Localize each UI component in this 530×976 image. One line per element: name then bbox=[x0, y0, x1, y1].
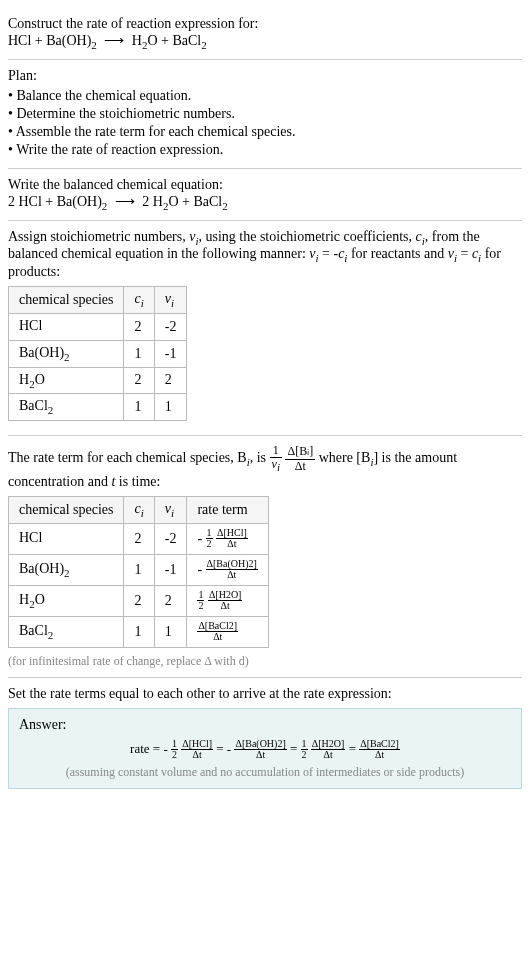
stoich-h1-text: chemical species bbox=[19, 292, 113, 307]
intro-equation: HCl + Ba(OH)2 ⟶ H2O + BaCl2 bbox=[8, 32, 522, 51]
stoich-t2: , using the stoichiometric coefficients, bbox=[198, 229, 415, 244]
balanced-sub1: 2 bbox=[102, 200, 108, 212]
rt-t1: The rate term for each chemical species,… bbox=[8, 450, 247, 465]
hd: 2 bbox=[171, 750, 178, 761]
sp: BaCl bbox=[19, 398, 48, 413]
plan-item-4: • Write the rate of reaction expression. bbox=[8, 142, 522, 158]
d: Δt bbox=[181, 750, 213, 761]
stoich-t1: Assign stoichiometric numbers, bbox=[8, 229, 189, 244]
plan-item-3: • Assemble the rate term for each chemic… bbox=[8, 124, 522, 140]
rateterm-text: The rate term for each chemical species,… bbox=[8, 444, 522, 490]
rt-h3: νi bbox=[154, 496, 187, 523]
stoich-h1: chemical species bbox=[9, 287, 124, 314]
balanced-rhs1: 2 H bbox=[142, 194, 163, 209]
f1: Δ[HCl]Δt bbox=[181, 739, 213, 761]
rateterm-table: chemical species ci νi rate term HCl 2 -… bbox=[8, 496, 269, 648]
rt-ci-1: 2 bbox=[124, 523, 154, 554]
rateterm-section: The rate term for each chemical species,… bbox=[8, 436, 522, 677]
rt-vi-2: -1 bbox=[154, 554, 187, 585]
spb: 2 bbox=[64, 351, 70, 363]
stoich-h2: ci bbox=[124, 287, 154, 314]
eq1: = bbox=[216, 741, 227, 756]
stoich-text: Assign stoichiometric numbers, νi, using… bbox=[8, 229, 522, 281]
stoich-h3: νi bbox=[154, 287, 187, 314]
balanced-rhs2: O + BaCl bbox=[168, 194, 222, 209]
intro-eq-rhs2: O + BaCl bbox=[147, 33, 201, 48]
table-row: H2O 2 2 12 Δ[H2O]Δt bbox=[9, 585, 269, 616]
dfrac: Δ[Ba(OH)2]Δt bbox=[206, 559, 258, 581]
stoich-eq2b: = bbox=[457, 246, 472, 261]
rc-d: νi bbox=[270, 458, 282, 473]
coef: 12 bbox=[206, 528, 213, 550]
plan-list: • Balance the chemical equation. • Deter… bbox=[8, 88, 522, 158]
rt-t5: is time: bbox=[115, 474, 160, 489]
stoich-ci-3: 2 bbox=[124, 367, 154, 394]
rt-vi-1: -2 bbox=[154, 523, 187, 554]
stoich-vi-2: -1 bbox=[154, 340, 187, 367]
spb: 2 bbox=[64, 567, 70, 579]
rt-h1: chemical species bbox=[9, 496, 124, 523]
plan-item-1: • Balance the chemical equation. bbox=[8, 88, 522, 104]
intro-eq-lhs: HCl + Ba(OH) bbox=[8, 33, 91, 48]
rt-ci-4: 1 bbox=[124, 616, 154, 647]
d: Δt bbox=[359, 750, 400, 761]
intro-eq-sub3: 2 bbox=[201, 39, 207, 51]
rt-ci-3: 2 bbox=[124, 585, 154, 616]
rt-term-1: - 12 Δ[HCl]Δt bbox=[187, 523, 268, 554]
plan-section: Plan: • Balance the chemical equation. •… bbox=[8, 60, 522, 169]
neg: - bbox=[197, 531, 202, 547]
balanced-section: Write the balanced chemical equation: 2 … bbox=[8, 169, 522, 221]
table-row: BaCl2 1 1 Δ[BaCl2]Δt bbox=[9, 616, 269, 647]
stoich-ci-4: 1 bbox=[124, 394, 154, 421]
rt-vi-4: 1 bbox=[154, 616, 187, 647]
stoich-section: Assign stoichiometric numbers, νi, using… bbox=[8, 221, 522, 437]
stoich-ci-1: 2 bbox=[124, 313, 154, 340]
rd-d: Δt bbox=[285, 460, 315, 473]
rt-h4: rate term bbox=[187, 496, 268, 523]
intro-arrow: ⟶ bbox=[100, 32, 128, 49]
dd: Δt bbox=[216, 539, 248, 550]
stoich-sp-4: BaCl2 bbox=[9, 394, 124, 421]
d: Δt bbox=[311, 750, 346, 761]
answer-box: Answer: rate = - 12 Δ[HCl]Δt = - Δ[Ba(OH… bbox=[8, 708, 522, 789]
stoich-sp-3: H2O bbox=[9, 367, 124, 394]
intro-line1: Construct the rate of reaction expressio… bbox=[8, 16, 522, 32]
dd: Δt bbox=[206, 570, 258, 581]
balanced-equation: 2 HCl + Ba(OH)2 ⟶ 2 H2O + BaCl2 bbox=[8, 193, 522, 212]
balanced-title: Write the balanced chemical equation: bbox=[8, 177, 522, 193]
cd: 2 bbox=[206, 539, 213, 550]
sp: Ba(OH) bbox=[19, 561, 64, 576]
table-row: Ba(OH)2 1 -1 bbox=[9, 340, 187, 367]
stoich-table: chemical species ci νi HCl 2 -2 Ba(OH)2 … bbox=[8, 286, 187, 421]
dfrac: Δ[H2O]Δt bbox=[208, 590, 243, 612]
rate-delta-frac: Δ[Bᵢ]Δt bbox=[285, 445, 315, 472]
table-row: HCl 2 -2 bbox=[9, 313, 187, 340]
stoich-ci-2: 1 bbox=[124, 340, 154, 367]
answer-label: Answer: bbox=[19, 717, 511, 733]
rt-term-3: 12 Δ[H2O]Δt bbox=[187, 585, 268, 616]
half2: 12 bbox=[301, 739, 308, 761]
rt-vi-3: 2 bbox=[154, 585, 187, 616]
spc: O bbox=[35, 592, 45, 607]
rt-h2: ci bbox=[124, 496, 154, 523]
spb: 2 bbox=[48, 404, 54, 416]
spb: 2 bbox=[48, 629, 54, 641]
sp: HCl bbox=[19, 530, 42, 545]
stoich-vi-4: 1 bbox=[154, 394, 187, 421]
intro-eq-sub1: 2 bbox=[91, 39, 97, 51]
eq2: = bbox=[290, 741, 301, 756]
sp: H bbox=[19, 592, 29, 607]
d: Δt bbox=[234, 750, 286, 761]
hd: 2 bbox=[301, 750, 308, 761]
rate-coef-frac: 1νi bbox=[270, 444, 282, 474]
rt-sp-3: H2O bbox=[9, 585, 124, 616]
rt-t2: , is bbox=[250, 450, 270, 465]
rt-term-2: - Δ[Ba(OH)2]Δt bbox=[187, 554, 268, 585]
table-row: H2O 2 2 bbox=[9, 367, 187, 394]
eq3: = bbox=[349, 741, 360, 756]
rt-ci-2: 1 bbox=[124, 554, 154, 585]
table-header-row: chemical species ci νi bbox=[9, 287, 187, 314]
stoich-vi-1: -2 bbox=[154, 313, 187, 340]
rate-word: rate = bbox=[130, 741, 163, 756]
plan-item-2: • Determine the stoichiometric numbers. bbox=[8, 106, 522, 122]
